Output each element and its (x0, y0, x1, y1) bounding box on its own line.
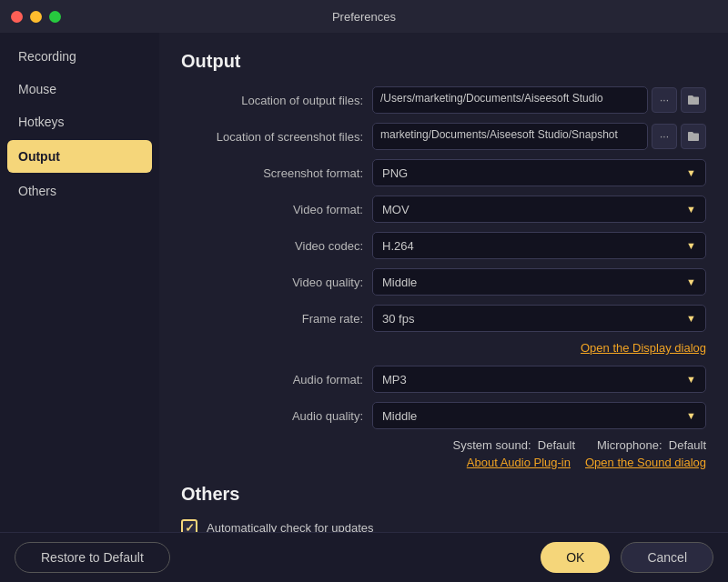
about-audio-plugin-link[interactable]: About Audio Plug-in (467, 456, 571, 469)
minimize-button[interactable] (30, 11, 42, 23)
audio-quality-label: Audio quality: (181, 409, 372, 423)
main-layout: Recording Mouse Hotkeys Output Others Ou… (0, 33, 728, 532)
auto-check-row: Automatically check for updates (181, 519, 706, 532)
sidebar-item-mouse[interactable]: Mouse (0, 73, 159, 105)
sidebar-item-others[interactable]: Others (0, 175, 159, 207)
video-quality-row: Video quality: Middle ▼ (181, 268, 706, 296)
video-format-row: Video format: MOV ▼ (181, 196, 706, 223)
restore-default-button[interactable]: Restore to Default (15, 542, 170, 573)
audio-quality-select[interactable]: Middle ▼ (372, 402, 706, 429)
cancel-button[interactable]: Cancel (621, 542, 713, 573)
screenshot-format-row: Screenshot format: PNG ▼ (181, 159, 706, 186)
video-codec-label: Video codec: (181, 239, 372, 253)
window-title: Preferences (332, 10, 396, 24)
sidebar-item-hotkeys[interactable]: Hotkeys (0, 105, 159, 138)
screenshot-format-select[interactable]: PNG ▼ (372, 159, 706, 186)
screenshot-format-label: Screenshot format: (181, 166, 372, 180)
audio-quality-control: Middle ▼ (372, 402, 706, 429)
content-area: Output Location of output files: /Users/… (159, 33, 728, 532)
audio-format-row: Audio format: MP3 ▼ (181, 366, 706, 393)
audio-format-select[interactable]: MP3 ▼ (372, 366, 706, 393)
video-format-label: Video format: (181, 203, 372, 216)
frame-rate-control: 30 fps ▼ (372, 305, 706, 332)
close-button[interactable] (11, 11, 23, 23)
microphone-value: Default (669, 438, 706, 452)
frame-rate-row: Frame rate: 30 fps ▼ (181, 305, 706, 332)
audio-quality-row: Audio quality: Middle ▼ (181, 402, 706, 429)
chevron-down-icon: ▼ (686, 240, 696, 251)
audio-format-control: MP3 ▼ (372, 366, 706, 393)
video-codec-control: H.264 ▼ (372, 232, 706, 259)
system-sound-value: Default (538, 438, 575, 452)
auto-check-label: Automatically check for updates (207, 521, 374, 533)
video-codec-select[interactable]: H.264 ▼ (372, 232, 706, 259)
system-sound-label: System sound: (453, 438, 531, 452)
video-quality-control: Middle ▼ (372, 268, 706, 296)
open-sound-dialog-link[interactable]: Open the Sound dialog (585, 456, 706, 469)
output-location-control: /Users/marketing/Documents/Aiseesoft Stu… (372, 86, 706, 114)
output-location-row: Location of output files: /Users/marketi… (181, 86, 706, 114)
audio-format-label: Audio format: (181, 373, 372, 386)
audio-links-row: About Audio Plug-in Open the Sound dialo… (181, 456, 706, 469)
others-section-title: Others (181, 484, 706, 505)
screenshot-location-label: Location of screenshot files: (181, 130, 372, 144)
others-section: Others Automatically check for updates (181, 484, 706, 532)
screenshot-location-row: Location of screenshot files: marketing/… (181, 123, 706, 150)
chevron-down-icon: ▼ (686, 313, 696, 324)
video-format-select[interactable]: MOV ▼ (372, 196, 706, 223)
open-display-dialog-link[interactable]: Open the Display dialog (581, 341, 706, 355)
title-bar: Preferences (0, 0, 728, 33)
microphone-label: Microphone: (597, 438, 662, 452)
video-quality-label: Video quality: (181, 276, 372, 289)
output-location-label: Location of output files: (181, 94, 372, 107)
chevron-down-icon: ▼ (686, 204, 696, 215)
frame-rate-label: Frame rate: (181, 312, 372, 326)
ok-button[interactable]: OK (541, 542, 610, 573)
output-location-folder-button[interactable] (681, 87, 706, 113)
sidebar: Recording Mouse Hotkeys Output Others (0, 33, 159, 532)
screenshot-location-input[interactable]: marketing/Documents/Aiseesoft Studio/Sna… (372, 123, 648, 150)
output-location-input[interactable]: /Users/marketing/Documents/Aiseesoft Stu… (372, 86, 648, 114)
sidebar-item-output[interactable]: Output (7, 140, 152, 173)
chevron-down-icon: ▼ (686, 410, 696, 421)
screenshot-location-dots-button[interactable]: ··· (652, 124, 677, 149)
display-dialog-link-row: Open the Display dialog (181, 341, 706, 355)
chevron-down-icon: ▼ (686, 167, 696, 178)
chevron-down-icon: ▼ (686, 374, 696, 385)
auto-check-checkbox[interactable] (181, 519, 197, 532)
video-codec-row: Video codec: H.264 ▼ (181, 232, 706, 259)
sidebar-item-recording[interactable]: Recording (0, 40, 159, 73)
window-controls (11, 11, 61, 23)
maximize-button[interactable] (49, 11, 61, 23)
video-quality-select[interactable]: Middle ▼ (372, 268, 706, 296)
chevron-down-icon: ▼ (686, 276, 696, 287)
screenshot-location-control: marketing/Documents/Aiseesoft Studio/Sna… (372, 123, 706, 150)
output-location-dots-button[interactable]: ··· (652, 87, 677, 113)
ok-cancel-group: OK Cancel (541, 542, 713, 573)
audio-info-row: System sound: Default Microphone: Defaul… (181, 438, 706, 452)
frame-rate-select[interactable]: 30 fps ▼ (372, 305, 706, 332)
video-format-control: MOV ▼ (372, 196, 706, 223)
bottom-bar: Restore to Default OK Cancel (0, 532, 728, 582)
output-section-title: Output (181, 51, 706, 72)
screenshot-format-control: PNG ▼ (372, 159, 706, 186)
screenshot-location-folder-button[interactable] (681, 124, 706, 149)
